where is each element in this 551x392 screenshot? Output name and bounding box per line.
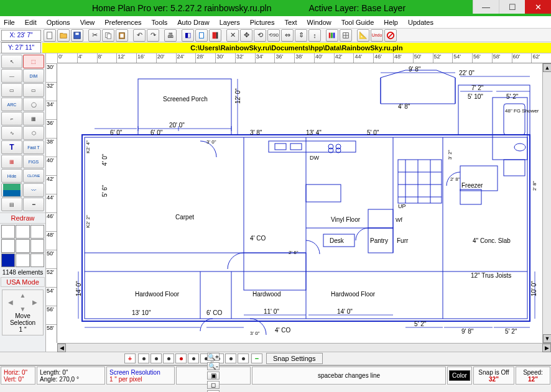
paste-button[interactable]	[116, 29, 128, 42]
tool-hatch[interactable]: ▤	[1, 198, 22, 211]
status-speed[interactable]: Speed:12"	[516, 367, 550, 385]
menu-tools[interactable]: Tools	[152, 19, 168, 26]
menu-text[interactable]: Text	[284, 19, 297, 26]
tool-disk[interactable]: ◧	[182, 29, 194, 42]
svg-text:4' 8": 4' 8"	[398, 103, 410, 110]
svg-line-14	[389, 33, 393, 37]
tool-pointer[interactable]: ↖	[1, 55, 22, 68]
tool-figs[interactable]: FIGS	[23, 155, 44, 168]
statusbar: Horiz: 0"Vert: 0" Length: 0"Angle: 270,0…	[0, 365, 551, 385]
color-button[interactable]: Color	[447, 367, 472, 385]
cut-button[interactable]: ✂	[88, 29, 101, 42]
tool-flip-h[interactable]: ⇔	[281, 29, 294, 42]
redraw-button[interactable]: Redraw	[0, 212, 45, 224]
tool-rect[interactable]: ▭	[1, 83, 22, 97]
tool-flip-v[interactable]: ⇕	[295, 29, 307, 42]
snap-dot[interactable]	[138, 353, 149, 363]
move-right[interactable]: ▶	[29, 299, 41, 306]
close-button[interactable]: ✕	[525, 0, 551, 14]
snap-dot[interactable]	[188, 353, 199, 363]
tool-door[interactable]: ⌐	[1, 112, 22, 125]
floorplan-drawing[interactable]: Screened Porch Carpet Vinyl Floor Hardwo…	[57, 63, 542, 343]
svg-text:13' 4": 13' 4"	[306, 129, 322, 136]
menu-window[interactable]: Window	[307, 19, 331, 26]
zoom-fit[interactable]: ▣	[207, 371, 220, 380]
tool-line[interactable]: —	[1, 69, 22, 83]
snap-dot[interactable]	[175, 353, 187, 363]
tool-measure[interactable]: 📐	[357, 29, 369, 42]
tool-exit[interactable]	[209, 29, 221, 42]
undo-button[interactable]: ↶	[133, 29, 146, 42]
tool-wall[interactable]: ━	[23, 198, 44, 211]
tool-rotate[interactable]: ⟲	[254, 29, 266, 42]
menu-pictures[interactable]: Pictures	[250, 19, 275, 26]
new-button[interactable]	[44, 29, 56, 42]
svg-text:5' 2": 5' 2"	[505, 328, 517, 335]
tool-move[interactable]: ✥	[240, 29, 252, 42]
tool-rot90[interactable]: ⟲90	[267, 29, 280, 42]
menu-autodraw[interactable]: Auto Draw	[177, 19, 209, 26]
zoom-window[interactable]: ◻	[207, 381, 220, 389]
tool-circle[interactable]: ◯	[23, 98, 44, 111]
canvas[interactable]: 0'4'8'12'16'20'24'28'30'32'34'36'38'40'4…	[46, 53, 551, 352]
print-button[interactable]: 🖶	[164, 29, 177, 42]
tool-spline[interactable]: 〰	[23, 183, 44, 197]
menu-view[interactable]: View	[80, 19, 95, 26]
usa-mode[interactable]: USA Mode	[1, 277, 45, 287]
menu-help[interactable]: Help	[384, 19, 398, 26]
tool-fast-t[interactable]: Fast T	[23, 140, 44, 154]
snap-dot[interactable]	[238, 353, 249, 363]
menu-preferences[interactable]: Preferences	[104, 19, 141, 26]
menu-file[interactable]: File	[4, 19, 15, 26]
tool-colors[interactable]	[326, 29, 338, 42]
snap-plus[interactable]: +	[124, 353, 136, 363]
tool-layer[interactable]	[195, 29, 208, 42]
snap-minus[interactable]: −	[251, 353, 262, 363]
move-up[interactable]: ▲	[17, 292, 29, 299]
redo-button[interactable]: ↷	[147, 29, 159, 42]
svg-text:5' 2": 5' 2"	[506, 93, 519, 100]
tool-curve[interactable]: ∿	[1, 126, 22, 140]
svg-text:K2' 4": K2' 4"	[85, 140, 91, 153]
open-button[interactable]	[57, 29, 70, 42]
menu-updates[interactable]: Updates	[408, 19, 433, 26]
scrollbar-vertical[interactable]: ▲ ▼	[542, 63, 551, 343]
tool-dim[interactable]: ✕	[226, 29, 239, 42]
tool-noentry[interactable]	[384, 29, 397, 42]
menu-toolguide[interactable]: Tool Guide	[341, 19, 374, 26]
move-sel-dist: 1 "	[4, 326, 41, 333]
zoom-out[interactable]: 🔍-	[207, 362, 220, 370]
svg-text:9' 8": 9' 8"	[461, 328, 474, 335]
tool-window[interactable]: ▦	[23, 112, 44, 125]
snap-dot[interactable]	[163, 353, 174, 363]
tool-poly[interactable]: ⬡	[23, 126, 44, 140]
minimize-button[interactable]: —	[473, 0, 499, 14]
tool-arc[interactable]: ARC	[1, 98, 22, 111]
copy-button[interactable]	[102, 29, 114, 42]
tool-text[interactable]: T	[1, 140, 22, 154]
move-left[interactable]: ◀	[4, 299, 17, 306]
save-button[interactable]	[71, 29, 83, 42]
tool-clone[interactable]: CLONE	[23, 169, 44, 183]
svg-rect-50	[306, 185, 341, 202]
pattern-grid[interactable]	[0, 224, 45, 268]
tool-ortho[interactable]: ↕	[308, 29, 321, 42]
tool-rect2[interactable]: ▭	[23, 83, 44, 97]
tool-image[interactable]	[1, 183, 22, 197]
status-snap[interactable]: Snap is Off32"	[473, 367, 514, 385]
zoom-in[interactable]: 🔍+	[207, 353, 220, 361]
tool-select[interactable]: ⬚	[23, 55, 44, 68]
tool-fill[interactable]: ▦	[1, 155, 22, 168]
scrollbar-horizontal[interactable]: ◀ ▶	[57, 343, 551, 352]
menu-options[interactable]: Options	[47, 19, 70, 26]
tool-grid[interactable]	[340, 29, 352, 42]
snap-dot[interactable]	[225, 353, 236, 363]
snap-dot[interactable]	[150, 353, 162, 363]
menu-layers[interactable]: Layers	[220, 19, 240, 26]
move-down[interactable]: ▼	[17, 306, 29, 312]
tool-undo2[interactable]: Undo	[371, 29, 383, 42]
maximize-button[interactable]: ☐	[499, 0, 525, 14]
tool-dim-icon[interactable]: DIM	[23, 69, 44, 83]
menu-edit[interactable]: Edit	[25, 19, 37, 26]
snap-settings-button[interactable]: Snap Settings	[266, 353, 323, 364]
